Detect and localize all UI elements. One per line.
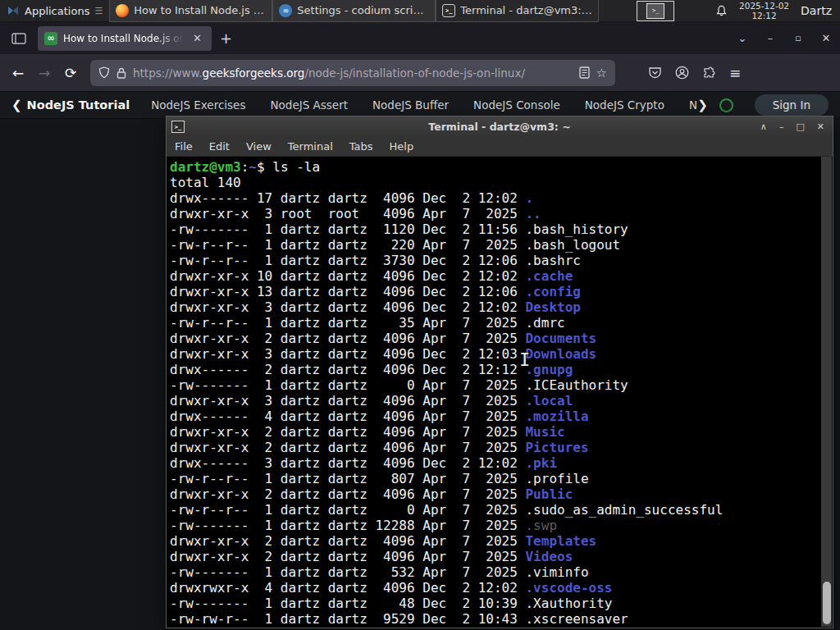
- user-menu[interactable]: Dartz: [801, 4, 832, 17]
- site-nav-item[interactable]: NodeJS Exercises: [151, 98, 245, 112]
- site-nav-item[interactable]: NodeJS Crypto: [585, 98, 664, 112]
- nav-current-tutorial[interactable]: NodeJS Tutorial: [27, 98, 130, 112]
- terminal-line: drwxr-xr-x 2 dartz dartz 4096 Apr 7 2025…: [170, 424, 821, 440]
- forward-button[interactable]: →: [31, 65, 57, 81]
- terminal-menu-terminal[interactable]: Terminal: [280, 140, 341, 153]
- terminal-line: drwxr-xr-x 2 dartz dartz 4096 Apr 7 2025…: [170, 486, 821, 502]
- terminal-line: drwxr-xr-x 3 dartz dartz 4096 Dec 2 12:0…: [170, 346, 821, 362]
- terminal-line: drwxr-xr-x 2 dartz dartz 4096 Apr 7 2025…: [170, 533, 821, 549]
- sign-in-button[interactable]: Sign In: [755, 94, 829, 116]
- terminal-line: drwxr-xr-x 3 dartz dartz 4096 Apr 7 2025…: [170, 393, 821, 409]
- reload-button[interactable]: ⟳: [57, 65, 84, 81]
- terminal-output[interactable]: dartz@vm3:~$ ls -latotal 140drwx------ 1…: [167, 157, 821, 627]
- terminal-line: -rw-r--r-- 1 dartz dartz 3730 Dec 2 12:0…: [170, 253, 821, 268]
- terminal-line: drwxr-xr-x 3 dartz dartz 4096 Dec 2 12:0…: [170, 299, 821, 315]
- taskbar-button-label: Settings - codium script...: [297, 4, 429, 16]
- site-nav-item[interactable]: NodeJS Console: [473, 98, 560, 112]
- terminal-line: -rw-rw-r-- 1 dartz dartz 9529 Dec 2 10:4…: [170, 611, 821, 627]
- site-nav-item[interactable]: NodeJS Assert: [270, 98, 348, 112]
- terminal-menu-tabs[interactable]: Tabs: [341, 140, 381, 153]
- terminal-close-button[interactable]: ✕: [817, 121, 824, 132]
- firefox-icon: [116, 4, 129, 17]
- terminal-line: drwxr-xr-x 10 dartz dartz 4096 Dec 2 12:…: [170, 268, 821, 284]
- menu-indicator-icon: ☰: [94, 6, 103, 16]
- terminal-scrollbar-thumb[interactable]: [823, 582, 831, 624]
- browser-minimize-button[interactable]: –: [756, 32, 784, 44]
- pocket-icon[interactable]: [648, 66, 662, 80]
- pager-terminal-icon: >_: [646, 3, 664, 19]
- taskbar-button-terminal[interactable]: >_Terminal - dartz@vm3: ~: [436, 0, 599, 22]
- applications-icon: [7, 4, 20, 17]
- terminal-line: -rw-r--r-- 1 dartz dartz 35 Apr 7 2025 .…: [170, 315, 821, 331]
- terminal-icon: >_: [442, 4, 455, 17]
- terminal-line: -rw-r--r-- 1 dartz dartz 0 Apr 7 2025 .s…: [170, 502, 821, 518]
- terminal-title: Terminal - dartz@vm3: ~: [167, 121, 833, 133]
- terminal-scrollbar[interactable]: [821, 157, 832, 627]
- reader-mode-icon[interactable]: [579, 66, 590, 79]
- terminal-maximize-button[interactable]: □: [796, 121, 804, 132]
- clock-time: 12:12: [739, 11, 789, 21]
- url-bar[interactable]: https://www.geeksforgeeks.org/node-js/in…: [90, 60, 615, 86]
- terminal-line: -rw-r--r-- 1 dartz dartz 220 Apr 7 2025 …: [170, 237, 821, 253]
- taskbar-button-firefox[interactable]: How to Install Node.js o...: [109, 0, 272, 22]
- lock-icon[interactable]: [116, 67, 126, 79]
- clock[interactable]: 2025-12-02 12:12: [739, 1, 789, 21]
- tracking-shield-icon[interactable]: [98, 66, 110, 79]
- list-tabs-chevron-icon[interactable]: ⌄: [728, 32, 756, 44]
- url-text[interactable]: https://www.geeksforgeeks.org/node-js/in…: [133, 66, 573, 80]
- ibeam-cursor: I: [519, 349, 530, 370]
- site-nav-item[interactable]: NodeJS DNS: [689, 98, 697, 112]
- firefox-view-button[interactable]: [7, 28, 31, 49]
- terminal-menu-edit[interactable]: Edit: [201, 140, 238, 153]
- geeksforgeeks-favicon: ∞: [44, 32, 57, 45]
- extensions-puzzle-icon[interactable]: [702, 66, 716, 80]
- browser-toolbar: ← → ⟳ https://www.geeksforgeeks.org/node…: [0, 54, 840, 92]
- taskbar-button-codium[interactable]: ∞Settings - codium script...: [272, 0, 436, 22]
- taskbar: How to Install Node.js o...∞Settings - c…: [109, 0, 599, 22]
- terminal-line: drwxr-xr-x 2 dartz dartz 4096 Apr 7 2025…: [170, 331, 821, 346]
- toolbar-right-icons: ≡: [648, 65, 741, 81]
- browser-tab-active[interactable]: ∞ How to Install Node.js on ✕: [38, 26, 212, 51]
- terminal-minimize-button[interactable]: –: [779, 121, 784, 132]
- terminal-line: drwxr-xr-x 2 dartz dartz 4096 Apr 7 2025…: [170, 549, 821, 564]
- terminal-line: drwxr-xr-x 13 dartz dartz 4096 Dec 2 12:…: [170, 284, 821, 299]
- url-domain: geeksforgeeks.org: [203, 66, 305, 80]
- back-button[interactable]: ←: [5, 65, 31, 81]
- nav-back-chevron-icon[interactable]: ❮: [11, 98, 22, 112]
- browser-tab-bar: ∞ How to Install Node.js on ✕ + ⌄ – ▫ ✕: [0, 22, 840, 54]
- browser-close-button[interactable]: ✕: [812, 32, 840, 44]
- applications-menu-button[interactable]: Applications ☰: [0, 0, 109, 22]
- taskbar-button-label: How to Install Node.js o...: [134, 4, 266, 16]
- terminal-line: drwxr-xr-x 3 root root 4096 Apr 7 2025 .…: [170, 206, 821, 221]
- terminal-line: drwxr-xr-x 2 dartz dartz 4096 Apr 7 2025…: [170, 440, 821, 455]
- tab-close-icon[interactable]: ✕: [189, 31, 205, 45]
- terminal-menu-view[interactable]: View: [238, 140, 280, 153]
- account-icon[interactable]: [675, 66, 689, 80]
- terminal-line: drwxrwxr-x 4 dartz dartz 4096 Dec 2 12:0…: [170, 580, 821, 596]
- clock-date: 2025-12-02: [739, 1, 789, 11]
- site-nav-item[interactable]: NodeJS Buffer: [372, 98, 449, 112]
- terminal-shade-button[interactable]: ∧: [760, 121, 767, 132]
- terminal-line: drwx------ 4 dartz dartz 4096 Apr 7 2025…: [170, 409, 821, 424]
- terminal-line: -rw------- 1 dartz dartz 532 Apr 7 2025 …: [170, 564, 821, 580]
- new-tab-button[interactable]: +: [220, 30, 232, 47]
- search-icon[interactable]: [719, 98, 733, 112]
- url-scheme: https://www.: [133, 66, 203, 80]
- terminal-menu-file[interactable]: File: [167, 140, 201, 153]
- notification-bell-icon[interactable]: [715, 5, 728, 17]
- url-path: /node-js/installation-of-node-js-on-linu…: [304, 66, 525, 80]
- terminal-title-bar[interactable]: >_ Terminal - dartz@vm3: ~ ∧ – □ ✕: [167, 116, 833, 137]
- tab-title: How to Install Node.js on: [63, 33, 184, 44]
- workspace-pager[interactable]: >_: [637, 1, 674, 21]
- site-nav-items: NodeJS ExercisesNodeJS AssertNodeJS Buff…: [151, 98, 697, 112]
- terminal-line: -rw------- 1 dartz dartz 1120 Dec 2 11:5…: [170, 221, 821, 237]
- terminal-line: -rw------- 1 dartz dartz 0 Apr 7 2025 .I…: [170, 377, 821, 393]
- browser-maximize-button[interactable]: ▫: [784, 33, 812, 43]
- system-tray: 2025-12-02 12:12 Dartz: [715, 1, 840, 21]
- menu-hamburger-icon[interactable]: ≡: [729, 65, 741, 81]
- bookmark-star-icon[interactable]: ☆: [596, 66, 607, 80]
- terminal-menu-help[interactable]: Help: [381, 140, 422, 153]
- terminal-window: >_ Terminal - dartz@vm3: ~ ∧ – □ ✕ FileE…: [166, 116, 833, 628]
- nav-next-chevron-icon[interactable]: ❯: [697, 98, 708, 112]
- desktop: Applications ☰ How to Install Node.js o.…: [0, 0, 840, 630]
